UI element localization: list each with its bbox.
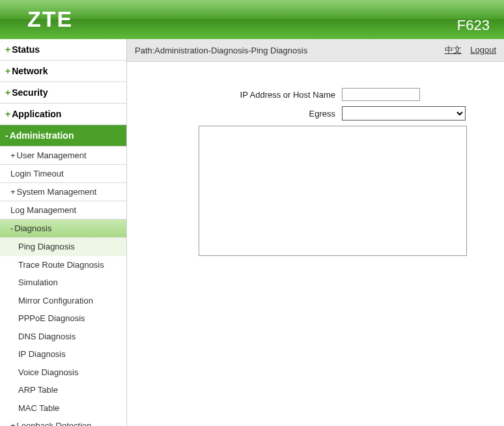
sidebar: Status Network Security Application Admi… — [0, 39, 127, 426]
sidebar-item-dns-diagnosis[interactable]: DNS Diagnosis — [0, 328, 126, 346]
ip-label: IP Address or Host Name — [153, 90, 342, 100]
brand-logo: ZTE — [27, 7, 73, 32]
sidebar-item-ip-diagnosis[interactable]: IP Diagnosis — [0, 345, 126, 363]
sidebar-item-administration[interactable]: Administration — [0, 125, 126, 147]
form-area: IP Address or Host Name Egress — [127, 62, 504, 269]
sidebar-item-user-management[interactable]: User Management — [0, 147, 126, 165]
sidebar-item-application[interactable]: Application — [0, 104, 126, 125]
form-row-egress: Egress — [153, 106, 478, 121]
breadcrumb-text: Path:Administration-Diagnosis-Ping Diagn… — [135, 46, 307, 55]
form-row-ip: IP Address or Host Name — [153, 88, 478, 101]
main-container: Status Network Security Application Admi… — [0, 39, 504, 426]
sidebar-item-diagnosis[interactable]: Diagnosis — [0, 220, 126, 238]
header-links: 中文 Logout — [438, 44, 496, 56]
language-link[interactable]: 中文 — [445, 45, 462, 55]
ip-input[interactable] — [342, 88, 420, 101]
content-area: Path:Administration-Diagnosis-Ping Diagn… — [127, 39, 504, 269]
sidebar-item-login-timeout[interactable]: Login Timeout — [0, 165, 126, 183]
sidebar-item-mac-table[interactable]: MAC Table — [0, 399, 126, 418]
sidebar-item-voice-diagnosis[interactable]: Voice Diagnosis — [0, 363, 126, 382]
egress-select[interactable] — [342, 106, 466, 121]
egress-label: Egress — [153, 109, 342, 119]
sidebar-item-status[interactable]: Status — [0, 39, 126, 61]
sidebar-item-loopback-detection[interactable]: Loopback Detection — [0, 417, 126, 426]
sidebar-item-arp-table[interactable]: ARP Table — [0, 381, 126, 399]
sidebar-item-simulation[interactable]: Simulation — [0, 274, 126, 292]
sidebar-item-network[interactable]: Network — [0, 61, 126, 82]
model-label: F623 — [457, 17, 490, 34]
output-box — [199, 126, 467, 256]
logout-link[interactable]: Logout — [470, 45, 496, 55]
sidebar-item-security[interactable]: Security — [0, 82, 126, 104]
header-bar: ZTE F623 — [0, 0, 504, 39]
sidebar-item-trace-route-diagnosis[interactable]: Trace Route Diagnosis — [0, 256, 126, 274]
sidebar-item-ping-diagnosis[interactable]: Ping Diagnosis — [0, 238, 126, 256]
sidebar-item-log-management[interactable]: Log Management — [0, 201, 126, 220]
sidebar-item-system-management[interactable]: System Management — [0, 183, 126, 201]
sidebar-item-mirror-configuration[interactable]: Mirror Configuration — [0, 292, 126, 310]
breadcrumb-bar: Path:Administration-Diagnosis-Ping Diagn… — [127, 39, 504, 62]
sidebar-item-pppoe-diagnosis[interactable]: PPPoE Diagnosis — [0, 309, 126, 328]
